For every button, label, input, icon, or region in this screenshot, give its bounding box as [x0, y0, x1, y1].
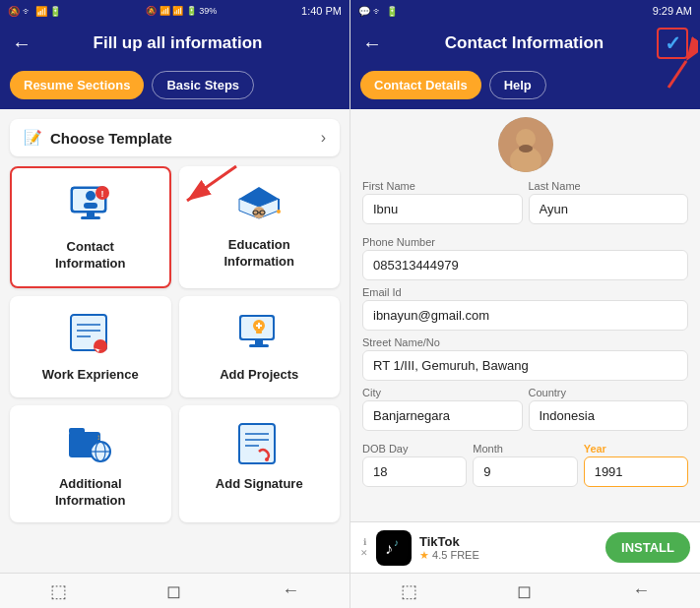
- left-time: 1:40 PM: [301, 5, 342, 17]
- country-group: Country: [529, 387, 689, 431]
- right-time: 9:29 AM: [653, 5, 692, 17]
- left-status-bar: 🔕 ᯤ 📶 🔋 🔕 📶 📶 🔋 39% 1:40 PM: [0, 0, 350, 22]
- year-group: Year: [584, 443, 688, 487]
- tab-help[interactable]: Help: [489, 71, 546, 99]
- left-nav-title: Fill up all information: [41, 33, 314, 53]
- svg-point-22: [94, 339, 107, 353]
- avatar[interactable]: [498, 117, 553, 172]
- work-icon: [61, 310, 120, 359]
- email-input[interactable]: [362, 300, 688, 331]
- left-battery-percent: 🔕 📶 📶 🔋 39%: [146, 6, 217, 16]
- ad-free-label: FREE: [450, 549, 478, 561]
- svg-point-42: [265, 457, 269, 461]
- street-input[interactable]: [362, 350, 688, 381]
- signature-label: Add Signature: [216, 476, 303, 493]
- city-input[interactable]: [362, 400, 523, 431]
- section-grid: ! ContactInformation: [10, 166, 340, 522]
- right-back-button[interactable]: ←: [362, 32, 382, 55]
- ad-rating: ★ 4.5 FREE: [419, 549, 598, 562]
- ad-app-name: TikTok: [419, 534, 598, 549]
- additional-icon: ↕: [61, 419, 120, 468]
- additional-label: AdditionalInformation: [55, 476, 126, 510]
- education-icon: [229, 180, 288, 229]
- left-tab-bar: Resume Sections Basic Steps: [0, 65, 350, 109]
- svg-rect-33: [69, 428, 85, 434]
- svg-point-4: [86, 191, 95, 201]
- ad-banner: ℹ ✕ ♪ ♪ TikTok ★ 4.5 FREE INSTALL: [350, 521, 700, 573]
- confirm-check-button[interactable]: ✓: [657, 28, 688, 59]
- ad-app-icon: ♪ ♪: [376, 530, 412, 566]
- ad-close-area: ℹ ✕: [360, 537, 368, 558]
- left-top-nav: ← Fill up all information: [0, 22, 350, 65]
- email-label: Email Id: [362, 286, 688, 298]
- svg-text:♪: ♪: [385, 540, 393, 557]
- right-nav-back-icon[interactable]: ←: [632, 580, 650, 601]
- phone-input[interactable]: [362, 250, 688, 280]
- first-name-input[interactable]: [362, 194, 523, 224]
- svg-text:↕: ↕: [96, 433, 100, 442]
- city-group: City: [362, 387, 523, 431]
- left-panel: 🔕 ᯤ 📶 🔋 🔕 📶 📶 🔋 39% 1:40 PM ← Fill up al…: [0, 0, 350, 608]
- tab-resume-sections[interactable]: Resume Sections: [10, 71, 144, 99]
- left-bottom-nav: ⬚ ◻ ←: [0, 573, 350, 608]
- install-button[interactable]: INSTALL: [605, 532, 690, 563]
- contact-label: ContactInformation: [55, 239, 126, 273]
- tab-basic-steps[interactable]: Basic Steps: [152, 71, 254, 99]
- contact-icon: !: [61, 182, 120, 231]
- first-name-group: First Name: [362, 180, 523, 224]
- dob-row: DOB Day Month Year: [362, 443, 688, 493]
- projects-icon: [229, 310, 288, 359]
- card-add-signature[interactable]: Add Signature: [179, 405, 341, 523]
- card-contact-information[interactable]: ! ContactInformation: [10, 166, 171, 288]
- city-label: City: [362, 387, 523, 398]
- country-label: Country: [529, 387, 689, 398]
- last-name-input[interactable]: [529, 194, 689, 224]
- year-label: Year: [584, 443, 688, 455]
- svg-text:!: !: [100, 189, 103, 199]
- ad-close-button[interactable]: ✕: [360, 548, 368, 558]
- email-group: Email Id: [362, 286, 688, 331]
- choose-template-text: Choose Template: [50, 130, 172, 147]
- phone-group: Phone Number: [362, 236, 688, 280]
- left-back-button[interactable]: ←: [12, 32, 32, 55]
- card-add-projects[interactable]: Add Projects: [179, 296, 341, 397]
- choose-template-label: 📝 Choose Template: [24, 129, 172, 147]
- tab-contact-details[interactable]: Contact Details: [360, 71, 481, 99]
- right-form-content: First Name Last Name Phone Number Email …: [350, 109, 700, 521]
- right-status-bar: 💬 ᯤ 🔋 9:29 AM: [350, 0, 700, 22]
- year-input[interactable]: [584, 456, 688, 487]
- right-nav-title: Contact Information: [392, 33, 657, 53]
- right-top-nav: ← Contact Information ✓: [350, 22, 700, 65]
- ad-rating-value: 4.5: [432, 549, 447, 561]
- left-status-icons: 🔕 ᯤ 📶 🔋: [8, 6, 61, 17]
- dob-day-input[interactable]: [362, 456, 467, 487]
- city-country-row: City Country: [362, 387, 688, 437]
- right-nav-home-icon[interactable]: ◻: [517, 580, 532, 602]
- choose-template-row[interactable]: 📝 Choose Template ›: [10, 119, 340, 156]
- ad-info-icon: ℹ: [363, 537, 366, 547]
- nav-recent-icon[interactable]: ⬚: [50, 580, 67, 602]
- star-icon: ★: [419, 549, 429, 561]
- checkmark-icon: ✓: [665, 31, 681, 55]
- dob-day-group: DOB Day: [362, 443, 467, 487]
- card-additional-information[interactable]: ↕ AdditionalInformation: [10, 405, 171, 523]
- month-group: Month: [473, 443, 577, 487]
- last-name-group: Last Name: [529, 180, 689, 224]
- svg-point-17: [277, 210, 281, 213]
- chevron-right-icon: ›: [321, 129, 326, 147]
- avatar-row: [362, 117, 688, 172]
- signature-icon: [229, 419, 288, 468]
- last-name-label: Last Name: [529, 180, 689, 192]
- card-education-information[interactable]: EducationInformation: [179, 166, 341, 288]
- name-row: First Name Last Name: [362, 180, 688, 230]
- nav-home-icon[interactable]: ◻: [166, 580, 181, 602]
- card-work-experience[interactable]: Work Exprience: [10, 296, 171, 397]
- country-input[interactable]: [529, 400, 689, 431]
- svg-rect-27: [256, 331, 262, 334]
- month-input[interactable]: [473, 456, 577, 487]
- right-nav-recent-icon[interactable]: ⬚: [401, 580, 417, 602]
- dob-day-label: DOB Day: [362, 443, 467, 455]
- template-icon: 📝: [24, 129, 42, 147]
- svg-rect-7: [81, 216, 100, 219]
- nav-back-icon[interactable]: ←: [282, 580, 299, 601]
